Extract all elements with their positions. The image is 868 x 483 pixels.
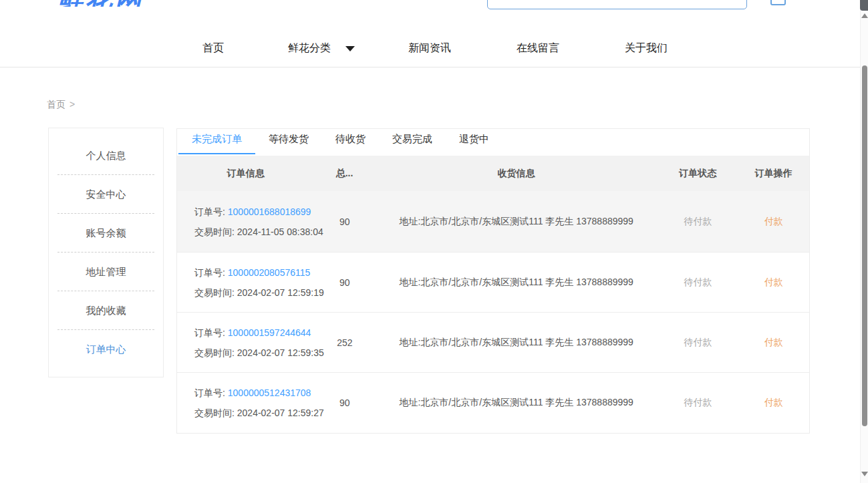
- trade-time-label: 交易时间:: [194, 347, 235, 358]
- trade-time-label: 交易时间:: [194, 408, 235, 418]
- order-no-label: 订单号:: [194, 206, 225, 217]
- col-header-total: 总...: [315, 168, 375, 180]
- nav-item-flower-category[interactable]: 鲜花分类: [267, 37, 376, 59]
- order-total: 90: [315, 216, 375, 227]
- nav-item-about[interactable]: 关于我们: [592, 37, 700, 59]
- nav-item-message[interactable]: 在线留言: [484, 37, 592, 59]
- chevron-down-icon: [345, 46, 355, 51]
- order-address: 地址:北京市/北京市/东城区测试111 李先生 13788889999: [375, 397, 658, 409]
- table-header-row: 订单信息 总... 收货信息 订单状态 订单操作: [177, 156, 809, 191]
- order-total: 252: [315, 337, 375, 348]
- pay-button[interactable]: 付款: [764, 337, 783, 347]
- sidebar-item-address-management[interactable]: 地址管理: [57, 253, 154, 291]
- order-total: 90: [315, 277, 375, 288]
- order-info-cell: 订单号: 1000001597244644 交易时间: 2024-02-07 1…: [177, 323, 315, 363]
- order-no-label: 订单号:: [194, 387, 225, 398]
- sidebar-item-security-center[interactable]: 安全中心: [57, 175, 154, 214]
- search-box: [487, 0, 747, 9]
- order-number-link[interactable]: 1000000512431708: [228, 387, 311, 398]
- col-header-address-info: 收货信息: [374, 168, 658, 180]
- order-info-cell: 订单号: 1000002080576115 交易时间: 2024-02-07 1…: [177, 263, 315, 303]
- pay-button[interactable]: 付款: [764, 216, 783, 226]
- sidebar-item-personal-info[interactable]: 个人信息: [57, 136, 154, 175]
- scrollbar[interactable]: [860, 0, 868, 483]
- trade-time-label: 交易时间:: [194, 287, 235, 298]
- trade-time-value: 2024-02-07 12:59:19: [237, 287, 324, 298]
- tab-unfinished-orders[interactable]: 未完成订单: [178, 129, 255, 154]
- status-badge: 待付款: [684, 277, 712, 287]
- top-header: 鲜花网 首页 鲜花分类 新闻资讯 在线留言 关于我们: [0, 0, 860, 67]
- tab-completed[interactable]: 交易完成: [379, 129, 446, 154]
- breadcrumb-separator: >: [69, 99, 75, 110]
- pay-button[interactable]: 付款: [764, 277, 783, 287]
- scroll-down-arrow-icon[interactable]: [861, 472, 868, 476]
- order-no-label: 订单号:: [194, 327, 225, 338]
- breadcrumb-home-link[interactable]: 首页: [47, 99, 65, 110]
- col-header-order-info: 订单信息: [177, 168, 315, 180]
- sidebar-item-order-center[interactable]: 订单中心: [57, 330, 154, 369]
- order-tabs: 未完成订单 等待发货 待收货 交易完成 退货中: [177, 129, 809, 156]
- order-address: 地址:北京市/北京市/东城区测试111 李先生 13788889999: [375, 337, 658, 349]
- site-logo[interactable]: 鲜花网: [56, 0, 146, 7]
- table-row: 订单号: 1000002080576115 交易时间: 2024-02-07 1…: [177, 253, 809, 313]
- scrollbar-thumb[interactable]: [862, 65, 867, 426]
- tab-returning[interactable]: 退货中: [446, 129, 502, 154]
- account-sidebar: 个人信息 安全中心 账号余额 地址管理 我的收藏 订单中心: [48, 128, 164, 377]
- table-row: 订单号: 1000000512431708 交易时间: 2024-02-07 1…: [177, 373, 809, 433]
- order-address: 地址:北京市/北京市/东城区测试111 李先生 13788889999: [375, 277, 658, 289]
- logo-text: 鲜花网: [56, 0, 144, 7]
- order-info-cell: 订单号: 1000001688018699 交易时间: 2024-11-05 0…: [177, 202, 315, 242]
- order-number-link[interactable]: 1000001597244644: [228, 327, 311, 338]
- status-badge: 待付款: [684, 216, 712, 226]
- main-nav: 首页 鲜花分类 新闻资讯 在线留言 关于我们: [159, 37, 700, 59]
- pay-button[interactable]: 付款: [764, 397, 783, 408]
- table-row: 订单号: 1000001688018699 交易时间: 2024-11-05 0…: [177, 191, 809, 253]
- nav-item-home[interactable]: 首页: [159, 37, 267, 59]
- col-header-order-status: 订单状态: [658, 168, 738, 180]
- breadcrumb: 首页>: [47, 99, 75, 111]
- status-badge: 待付款: [684, 337, 712, 347]
- status-badge: 待付款: [684, 397, 712, 408]
- order-number-link[interactable]: 1000001688018699: [228, 206, 311, 217]
- search-input[interactable]: [488, 0, 746, 9]
- sidebar-item-account-balance[interactable]: 账号余额: [57, 214, 154, 253]
- order-info-cell: 订单号: 1000000512431708 交易时间: 2024-02-07 1…: [177, 383, 315, 423]
- order-address: 地址:北京市/北京市/东城区测试111 李先生 13788889999: [375, 216, 658, 228]
- order-no-label: 订单号:: [194, 267, 225, 278]
- tab-to-receive[interactable]: 待收货: [322, 129, 379, 154]
- cart-icon[interactable]: [770, 0, 786, 5]
- scrollbar-corner: [860, 0, 868, 11]
- order-number-link[interactable]: 1000002080576115: [228, 267, 311, 278]
- trade-time-label: 交易时间:: [194, 226, 235, 237]
- trade-time-value: 2024-02-07 12:59:27: [237, 408, 324, 418]
- col-header-order-action: 订单操作: [738, 168, 809, 180]
- page: 鲜花网 首页 鲜花分类 新闻资讯 在线留言 关于我们 首页>: [0, 0, 868, 483]
- sidebar-item-my-favorites[interactable]: 我的收藏: [57, 291, 154, 330]
- trade-time-value: 2024-02-07 12:59:35: [237, 347, 324, 358]
- order-total: 90: [315, 397, 375, 408]
- orders-table: 订单信息 总... 收货信息 订单状态 订单操作 订单号: 1000001688…: [177, 156, 809, 433]
- nav-item-news[interactable]: 新闻资讯: [376, 37, 484, 59]
- table-row: 订单号: 1000001597244644 交易时间: 2024-02-07 1…: [177, 313, 809, 373]
- orders-panel: 未完成订单 等待发货 待收货 交易完成 退货中 订单信息 总... 收货信息 订…: [176, 128, 810, 434]
- trade-time-value: 2024-11-05 08:38:04: [237, 226, 323, 237]
- tab-waiting-shipment[interactable]: 等待发货: [255, 129, 322, 154]
- scroll-up-arrow-icon[interactable]: [861, 13, 868, 18]
